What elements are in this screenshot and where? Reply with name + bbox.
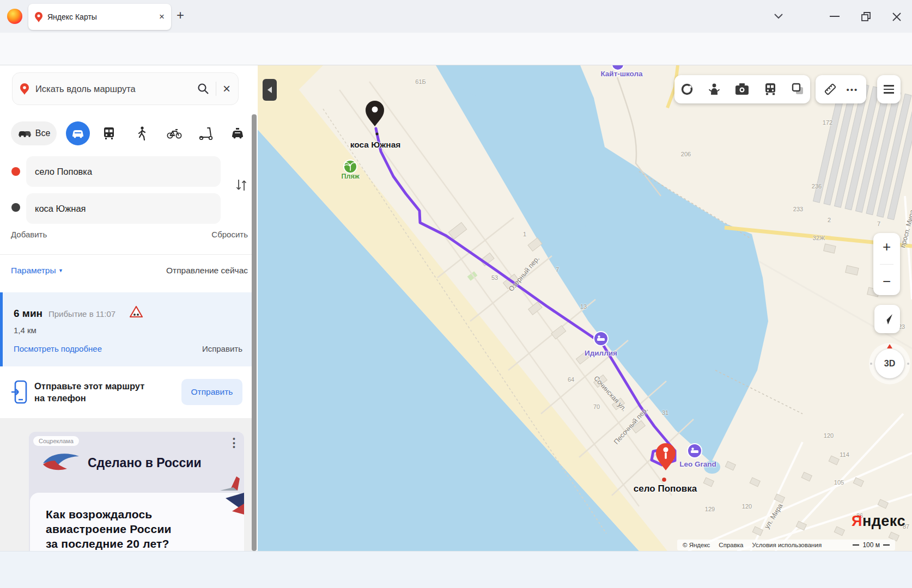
mode-walk-button[interactable] [130, 121, 154, 145]
locate-arrow-icon [881, 313, 894, 326]
route-from-value: село Поповка [35, 167, 92, 177]
map-graphics [258, 65, 912, 551]
route-distance: 1,4 км [14, 326, 37, 335]
ad-menu-icon[interactable]: ••• [233, 437, 235, 450]
ad-card[interactable]: Соцреклама ••• Сделано в России Как возр… [29, 432, 244, 551]
ad-title: Сделано в России [88, 456, 202, 470]
sidebar-scrollbar[interactable] [252, 114, 257, 551]
route-arrival: Прибытие в 11:07 [48, 309, 115, 318]
ruler-icon[interactable] [824, 83, 837, 96]
map-canvas[interactable]: Кайт-школакоса ЮжнаяПляжИдиллияLeo Grand… [258, 65, 912, 551]
params-dropdown[interactable]: Параметры ▼ [11, 266, 63, 275]
hotel-leogrand-icon [688, 444, 702, 458]
search-icon[interactable] [197, 83, 209, 95]
minimize-button[interactable] [830, 16, 840, 17]
transport-mode-row: Все [0, 121, 252, 146]
route-from-input[interactable]: село Поповка [26, 156, 221, 187]
measure-more-pill: ••• [816, 75, 866, 103]
divider [216, 82, 216, 96]
route-to-value: коса Южная [35, 204, 86, 214]
tab-title: Яндекс Карты [47, 13, 154, 21]
photos-icon[interactable] [735, 83, 749, 95]
divider [0, 254, 252, 255]
send-button[interactable]: Отправить [181, 379, 242, 405]
copyright-label: © Яндекс [683, 542, 710, 548]
browser-tab-bar: Яндекс Карты × + [0, 0, 912, 33]
mode-bus-button[interactable] [97, 121, 121, 145]
mode-all-label: Все [35, 128, 51, 138]
routes-panel: Искать вдоль маршрута × Все [0, 65, 258, 551]
more-tools-icon[interactable]: ••• [847, 85, 859, 94]
mode-bike-button[interactable] [162, 121, 186, 145]
mode-taxi-button[interactable] [226, 121, 250, 145]
collapse-panel-button[interactable] [263, 79, 277, 101]
search-placeholder: Искать вдоль маршрута [35, 84, 191, 94]
reset-button[interactable]: Сбросить [211, 230, 248, 239]
close-routes-icon[interactable]: × [223, 82, 230, 95]
swap-points-icon[interactable] [234, 178, 248, 192]
ad-plane-tail-icon [209, 474, 240, 493]
route-fix-link[interactable]: Исправить [202, 344, 242, 353]
compass-north-icon [887, 344, 892, 348]
zoom-pill: + − [873, 233, 900, 295]
restore-button[interactable] [861, 11, 872, 22]
new-tab-button[interactable]: + [177, 8, 184, 23]
transit-icon[interactable] [764, 83, 777, 96]
ad-zone: Соцреклама ••• Сделано в России Как возр… [0, 418, 252, 551]
map-tools-pill [674, 75, 810, 103]
mode-car-button[interactable] [66, 121, 90, 145]
hamburger-icon [884, 85, 894, 94]
panoramas-icon[interactable] [708, 83, 720, 96]
ad-plane-wing-icon [216, 493, 244, 514]
send-to-phone-text: Отправьте этот маршрутна телефон [34, 380, 144, 405]
pedestrian-icon [137, 126, 146, 140]
route-point-a-dot [11, 167, 20, 176]
ad-line2: авиастроение России [46, 523, 172, 536]
locate-button[interactable] [874, 305, 900, 333]
search-along-route-input[interactable]: Искать вдоль маршрута × [12, 72, 239, 105]
ad-body: Как возрождалось авиастроение России за … [30, 493, 244, 551]
road-warning-icon [129, 305, 143, 318]
tab-close-icon[interactable]: × [159, 11, 165, 22]
map-menu-button[interactable] [877, 75, 901, 103]
mode-all-button[interactable]: Все [11, 121, 57, 145]
route-duration: 6 мин [14, 308, 42, 320]
mode-scooter-button[interactable] [194, 121, 218, 145]
3d-button[interactable]: 3D [875, 349, 904, 378]
route-summary-card[interactable]: 6 мин Прибытие в 11:07 1,4 км Посмотреть… [0, 292, 252, 366]
firefox-logo-icon [7, 9, 22, 24]
compass-3d-dial[interactable]: 3D [869, 343, 910, 384]
yandex-maps-pin-icon [35, 12, 42, 22]
scale-bar: 100 м [853, 541, 890, 549]
map-pin-icon [20, 83, 29, 95]
ad-badge: Соцреклама [33, 436, 79, 446]
help-link[interactable]: Справка [719, 542, 743, 548]
ad-line1: Как возрождалось [46, 508, 152, 521]
bus-icon [103, 127, 115, 140]
ad-line3: за последние 20 лет? [46, 537, 169, 550]
route-to-input[interactable]: коса Южная [26, 193, 221, 224]
route-point-b-dot [11, 203, 20, 212]
browser-tab[interactable]: Яндекс Карты × [28, 4, 171, 30]
send-to-phone-icon [11, 380, 27, 404]
layers-icon[interactable] [792, 83, 805, 96]
terms-link[interactable]: Условия использования [752, 542, 822, 548]
tab-list-chevron-icon[interactable] [773, 12, 785, 20]
car-icon [71, 128, 84, 138]
cars-icon [17, 129, 32, 138]
add-point-button[interactable]: Добавить [11, 230, 47, 239]
ad-logo-icon [41, 451, 81, 473]
zoom-in-button[interactable]: + [883, 240, 891, 254]
map-attribution: © Яндекс Справка Условия использования 1… [677, 540, 895, 550]
windows-taskbar: РУС 11:02 19.05.2023 [0, 551, 912, 588]
traffic-icon[interactable] [680, 83, 694, 96]
scooter-icon [199, 127, 213, 140]
departure-now-label[interactable]: Отправление сейчас [166, 266, 248, 275]
browser-toolbar: ← → https://yandex.ru/maps/?ll=33.021724… [0, 33, 912, 65]
close-window-button[interactable] [891, 11, 902, 22]
zoom-out-button[interactable]: − [883, 274, 891, 289]
route-details-link[interactable]: Посмотреть подробнее [14, 344, 102, 353]
taxi-icon [231, 128, 244, 139]
bicycle-icon [167, 128, 182, 139]
beach-poi-icon [344, 160, 357, 173]
